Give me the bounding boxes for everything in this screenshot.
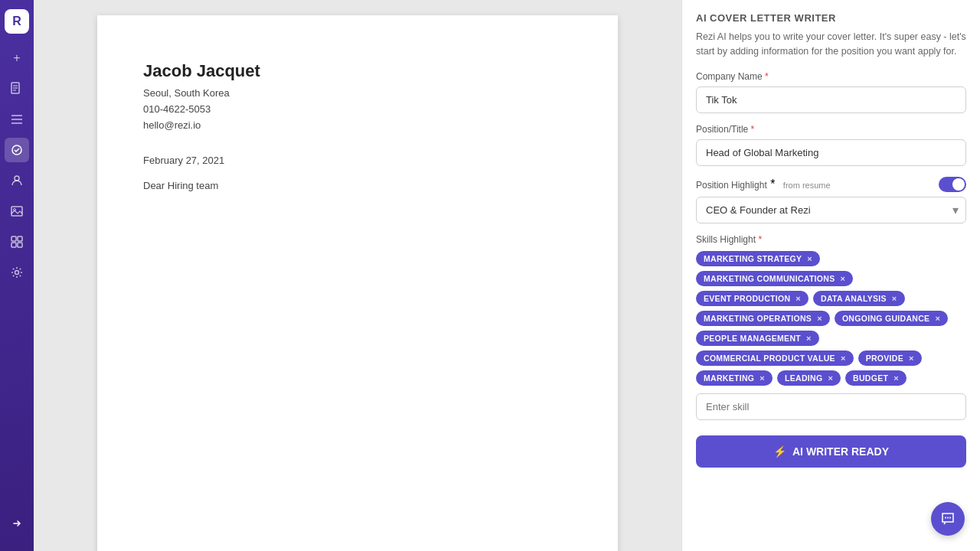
main-area: Jacob Jacquet Seoul, South Korea 010-462…: [34, 0, 980, 551]
sidebar: R +: [0, 0, 34, 551]
position-highlight-select[interactable]: CEO & Founder at Rezi: [696, 197, 966, 223]
remove-skill-icon[interactable]: ×: [893, 373, 899, 383]
skill-input[interactable]: [696, 393, 966, 420]
candidate-email: hello@rezi.io: [143, 118, 572, 134]
skill-tag[interactable]: MARKETING STRATEGY×: [696, 251, 820, 266]
svg-point-15: [15, 271, 19, 275]
svg-rect-14: [18, 243, 22, 247]
document-icon[interactable]: [5, 77, 29, 101]
position-highlight-label: Position Highlight * from resume: [696, 178, 831, 191]
settings-icon[interactable]: [5, 260, 29, 285]
skill-tag[interactable]: MARKETING OPERATIONS×: [696, 311, 830, 326]
position-title-label: Position/Title *: [696, 124, 966, 135]
chat-bubble[interactable]: [931, 502, 965, 536]
skill-tag[interactable]: MARKETING COMMUNICATIONS×: [696, 271, 853, 286]
list-icon[interactable]: [5, 107, 29, 132]
position-highlight-wrapper: CEO & Founder at Rezi ▾: [696, 197, 966, 223]
forward-arrow-icon[interactable]: [5, 511, 29, 536]
image-icon[interactable]: [5, 199, 29, 223]
skill-tag[interactable]: BUDGET×: [845, 370, 906, 386]
panel-description: Rezi AI helps you to write your cover le…: [696, 30, 966, 59]
svg-point-17: [947, 517, 949, 519]
skills-highlight-label: Skills Highlight *: [696, 234, 966, 245]
company-name-label: Company Name *: [696, 71, 966, 82]
remove-skill-icon[interactable]: ×: [909, 354, 914, 363]
skill-tag[interactable]: MARKETING×: [696, 370, 773, 386]
svg-point-8: [15, 176, 19, 181]
skill-tag[interactable]: ONGOING GUIDANCE×: [835, 311, 948, 326]
remove-skill-icon[interactable]: ×: [760, 373, 765, 383]
remove-skill-icon[interactable]: ×: [806, 334, 812, 343]
panel-title: AI COVER LETTER WRITER: [696, 12, 966, 24]
svg-point-18: [949, 517, 951, 519]
svg-rect-11: [11, 236, 16, 241]
candidate-name: Jacob Jacquet: [143, 61, 572, 81]
user-icon[interactable]: [5, 168, 29, 193]
skill-tag[interactable]: LEADING×: [777, 370, 841, 386]
app-logo[interactable]: R: [5, 9, 29, 34]
remove-skill-icon[interactable]: ×: [817, 314, 822, 323]
position-highlight-row: Position Highlight * from resume: [696, 177, 966, 192]
letter-greeting: Dear Hiring team: [143, 180, 572, 191]
svg-rect-9: [11, 207, 22, 216]
ai-button-icon: ⚡: [773, 445, 786, 458]
ai-writer-button[interactable]: ⚡ AI WRITER READY: [696, 435, 966, 468]
svg-point-16: [945, 517, 946, 519]
skill-tag[interactable]: PROVIDE×: [858, 350, 922, 366]
letter-date: February 27, 2021: [143, 155, 572, 166]
remove-skill-icon[interactable]: ×: [828, 373, 833, 383]
remove-skill-icon[interactable]: ×: [892, 294, 897, 303]
position-title-input[interactable]: [696, 139, 966, 166]
skill-tag[interactable]: PEOPLE MANAGEMENT×: [696, 331, 819, 346]
doc-paper: Jacob Jacquet Seoul, South Korea 010-462…: [97, 15, 618, 551]
ai-button-label: AI WRITER READY: [792, 445, 889, 458]
skills-container: MARKETING STRATEGY×MARKETING COMMUNICATI…: [696, 251, 966, 386]
svg-rect-13: [11, 243, 16, 247]
right-panel: AI COVER LETTER WRITER Rezi AI helps you…: [681, 0, 980, 551]
from-resume-toggle[interactable]: [939, 177, 966, 192]
remove-skill-icon[interactable]: ×: [807, 254, 812, 263]
svg-rect-12: [18, 236, 22, 241]
grid-icon[interactable]: [5, 230, 29, 254]
remove-skill-icon[interactable]: ×: [935, 314, 940, 323]
remove-skill-icon[interactable]: ×: [795, 294, 801, 303]
document-preview: Jacob Jacquet Seoul, South Korea 010-462…: [34, 0, 681, 551]
skill-tag[interactable]: DATA ANALYSIS×: [813, 291, 905, 306]
candidate-location: Seoul, South Korea: [143, 86, 572, 102]
check-icon[interactable]: [5, 138, 29, 162]
skill-tag[interactable]: COMMERCIAL PRODUCT VALUE×: [696, 350, 854, 366]
company-name-input[interactable]: [696, 86, 966, 113]
candidate-phone: 010-4622-5053: [143, 102, 572, 118]
skill-tag[interactable]: EVENT PRODUCTION×: [696, 291, 808, 306]
remove-skill-icon[interactable]: ×: [841, 274, 846, 283]
add-icon[interactable]: +: [5, 46, 29, 70]
remove-skill-icon[interactable]: ×: [841, 354, 846, 363]
